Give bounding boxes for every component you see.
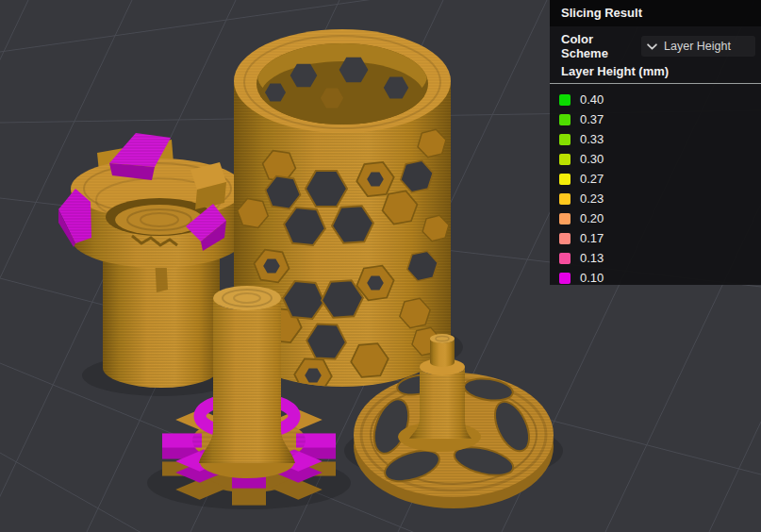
- color-swatch: [559, 134, 571, 145]
- legend-value: 0.40: [580, 92, 604, 107]
- chevron-down-icon: [647, 43, 657, 50]
- legend-title: Layer Height (mm): [561, 64, 761, 78]
- layer-height-legend: 0.40 0.37 0.33 0.30 0.27 0.23: [550, 84, 761, 288]
- color-swatch: [559, 94, 571, 106]
- legend-item: 0.23: [559, 189, 761, 208]
- slicer-preview-window: Slicing Result Color Scheme Layer Height…: [0, 0, 761, 532]
- legend-value: 0.37: [580, 112, 604, 126]
- color-swatch: [559, 114, 571, 125]
- color-scheme-label: Color Scheme: [561, 32, 641, 60]
- legend-item: 0.27: [559, 169, 761, 189]
- legend-item: 0.17: [559, 228, 761, 248]
- legend-value: 0.30: [580, 152, 604, 166]
- color-swatch: [559, 193, 571, 205]
- color-swatch: [559, 253, 571, 264]
- panel-header: Slicing Result: [550, 0, 761, 26]
- legend-item: 0.33: [559, 129, 761, 149]
- color-swatch: [559, 174, 571, 185]
- legend-item: 0.13: [559, 248, 761, 268]
- color-swatch: [559, 273, 571, 284]
- slicing-result-panel: Slicing Result Color Scheme Layer Height…: [550, 0, 761, 285]
- color-swatch: [559, 233, 571, 244]
- legend-value: 0.13: [580, 251, 604, 265]
- legend-value: 0.23: [580, 191, 604, 206]
- panel-title: Slicing Result: [561, 6, 642, 20]
- color-scheme-value: Layer Height: [664, 40, 731, 53]
- legend-item: 0.20: [559, 208, 761, 228]
- legend-item: 0.37: [559, 109, 761, 129]
- legend-value: 0.33: [580, 132, 604, 146]
- color-swatch: [559, 154, 571, 165]
- color-scheme-select[interactable]: Layer Height: [641, 36, 755, 57]
- legend-value: 0.17: [580, 231, 604, 245]
- legend-value: 0.10: [580, 271, 604, 285]
- legend-item: 0.10: [559, 268, 761, 288]
- legend-value: 0.27: [580, 172, 604, 186]
- color-swatch: [559, 213, 571, 224]
- legend-value: 0.20: [580, 211, 604, 225]
- legend-item: 0.30: [559, 149, 761, 169]
- legend-item: 0.40: [559, 90, 761, 109]
